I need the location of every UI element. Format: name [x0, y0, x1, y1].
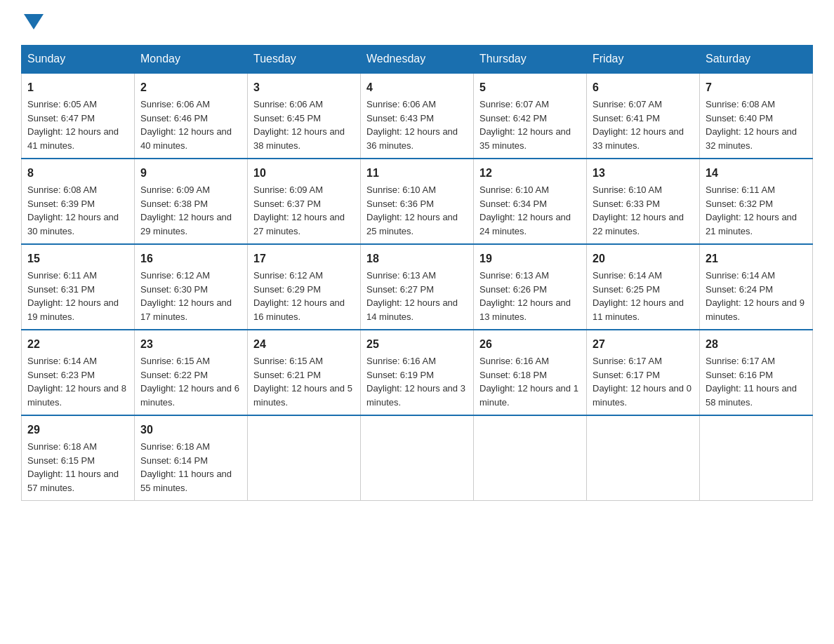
calendar-day-cell: 18 Sunrise: 6:13 AM Sunset: 6:27 PM Dayl…	[361, 244, 474, 330]
day-sunrise: Sunrise: 6:08 AM	[27, 185, 97, 195]
day-sunset: Sunset: 6:32 PM	[706, 199, 773, 209]
logo-triangle-icon	[24, 14, 44, 29]
day-number: 30	[140, 422, 241, 438]
calendar-week-row: 15 Sunrise: 6:11 AM Sunset: 6:31 PM Dayl…	[22, 244, 813, 330]
day-sunrise: Sunrise: 6:13 AM	[366, 270, 436, 281]
calendar-day-cell: 23 Sunrise: 6:15 AM Sunset: 6:22 PM Dayl…	[135, 330, 248, 415]
day-sunset: Sunset: 6:43 PM	[366, 113, 434, 123]
calendar-header-friday: Friday	[587, 46, 700, 74]
day-daylight: Daylight: 12 hours and 21 minutes.	[706, 212, 797, 236]
page-header	[21, 14, 813, 31]
day-daylight: Daylight: 12 hours and 14 minutes.	[366, 297, 458, 322]
calendar-day-cell: 17 Sunrise: 6:12 AM Sunset: 6:29 PM Dayl…	[248, 244, 361, 330]
calendar-day-cell: 11 Sunrise: 6:10 AM Sunset: 6:36 PM Dayl…	[361, 159, 474, 244]
calendar-day-cell: 28 Sunrise: 6:17 AM Sunset: 6:16 PM Dayl…	[700, 330, 813, 415]
day-sunrise: Sunrise: 6:16 AM	[366, 356, 436, 366]
day-number: 6	[593, 79, 694, 96]
day-number: 12	[479, 165, 581, 182]
calendar-header-thursday: Thursday	[474, 46, 587, 74]
day-number: 8	[27, 165, 128, 182]
calendar-week-row: 1 Sunrise: 6:05 AM Sunset: 6:47 PM Dayli…	[22, 73, 813, 159]
day-number: 21	[706, 250, 807, 267]
day-daylight: Daylight: 12 hours and 35 minutes.	[479, 126, 571, 151]
day-daylight: Daylight: 12 hours and 24 minutes.	[479, 212, 571, 236]
day-sunset: Sunset: 6:19 PM	[366, 370, 434, 380]
calendar-table: SundayMondayTuesdayWednesdayThursdayFrid…	[21, 45, 813, 501]
calendar-day-cell: 12 Sunrise: 6:10 AM Sunset: 6:34 PM Dayl…	[474, 159, 587, 244]
day-sunset: Sunset: 6:46 PM	[140, 113, 208, 123]
day-sunrise: Sunrise: 6:09 AM	[253, 185, 323, 195]
day-number: 14	[706, 165, 807, 182]
day-sunrise: Sunrise: 6:11 AM	[27, 270, 97, 281]
calendar-day-cell	[700, 415, 813, 501]
day-sunset: Sunset: 6:25 PM	[593, 284, 660, 295]
calendar-day-cell: 4 Sunrise: 6:06 AM Sunset: 6:43 PM Dayli…	[361, 73, 474, 159]
day-daylight: Daylight: 12 hours and 6 minutes.	[140, 383, 239, 408]
day-number: 16	[140, 250, 241, 267]
calendar-day-cell: 7 Sunrise: 6:08 AM Sunset: 6:40 PM Dayli…	[700, 73, 813, 159]
calendar-day-cell: 29 Sunrise: 6:18 AM Sunset: 6:15 PM Dayl…	[22, 415, 135, 501]
day-sunset: Sunset: 6:29 PM	[253, 284, 321, 295]
day-sunrise: Sunrise: 6:07 AM	[479, 99, 549, 109]
day-sunrise: Sunrise: 6:11 AM	[706, 185, 775, 195]
calendar-day-cell: 30 Sunrise: 6:18 AM Sunset: 6:14 PM Dayl…	[135, 415, 248, 501]
calendar-week-row: 22 Sunrise: 6:14 AM Sunset: 6:23 PM Dayl…	[22, 330, 813, 415]
calendar-week-row: 8 Sunrise: 6:08 AM Sunset: 6:39 PM Dayli…	[22, 159, 813, 244]
day-sunrise: Sunrise: 6:09 AM	[140, 185, 210, 195]
calendar-day-cell: 8 Sunrise: 6:08 AM Sunset: 6:39 PM Dayli…	[22, 159, 135, 244]
day-number: 27	[593, 336, 694, 353]
calendar-header-tuesday: Tuesday	[248, 46, 361, 74]
calendar-day-cell: 22 Sunrise: 6:14 AM Sunset: 6:23 PM Dayl…	[22, 330, 135, 415]
day-number: 26	[479, 336, 581, 353]
day-sunrise: Sunrise: 6:10 AM	[366, 185, 436, 195]
day-daylight: Daylight: 12 hours and 40 minutes.	[140, 126, 232, 151]
day-number: 5	[479, 79, 581, 96]
day-number: 3	[253, 79, 355, 96]
calendar-day-cell: 13 Sunrise: 6:10 AM Sunset: 6:33 PM Dayl…	[587, 159, 700, 244]
day-sunset: Sunset: 6:33 PM	[593, 199, 660, 209]
calendar-day-cell: 21 Sunrise: 6:14 AM Sunset: 6:24 PM Dayl…	[700, 244, 813, 330]
day-daylight: Daylight: 11 hours and 57 minutes.	[27, 469, 119, 493]
day-sunset: Sunset: 6:26 PM	[479, 284, 547, 295]
calendar-day-cell: 2 Sunrise: 6:06 AM Sunset: 6:46 PM Dayli…	[135, 73, 248, 159]
day-sunset: Sunset: 6:22 PM	[140, 370, 208, 380]
day-sunset: Sunset: 6:37 PM	[253, 199, 321, 209]
day-number: 4	[366, 79, 468, 96]
day-daylight: Daylight: 12 hours and 30 minutes.	[27, 212, 119, 236]
day-daylight: Daylight: 12 hours and 27 minutes.	[253, 212, 345, 236]
day-number: 25	[366, 336, 468, 353]
day-daylight: Daylight: 12 hours and 8 minutes.	[27, 383, 126, 408]
day-sunset: Sunset: 6:23 PM	[27, 370, 95, 380]
day-sunrise: Sunrise: 6:16 AM	[479, 356, 549, 366]
day-sunset: Sunset: 6:15 PM	[27, 455, 95, 466]
day-sunrise: Sunrise: 6:14 AM	[706, 270, 775, 281]
day-number: 17	[253, 250, 355, 267]
calendar-day-cell: 9 Sunrise: 6:09 AM Sunset: 6:38 PM Dayli…	[135, 159, 248, 244]
logo	[21, 14, 44, 31]
day-sunrise: Sunrise: 6:15 AM	[140, 356, 210, 366]
day-daylight: Daylight: 12 hours and 3 minutes.	[366, 383, 465, 408]
calendar-day-cell: 3 Sunrise: 6:06 AM Sunset: 6:45 PM Dayli…	[248, 73, 361, 159]
day-number: 7	[706, 79, 807, 96]
calendar-day-cell: 16 Sunrise: 6:12 AM Sunset: 6:30 PM Dayl…	[135, 244, 248, 330]
day-sunset: Sunset: 6:47 PM	[27, 113, 95, 123]
day-daylight: Daylight: 12 hours and 41 minutes.	[27, 126, 119, 151]
day-number: 29	[27, 422, 128, 438]
day-sunrise: Sunrise: 6:06 AM	[253, 99, 323, 109]
day-sunset: Sunset: 6:27 PM	[366, 284, 434, 295]
day-number: 20	[593, 250, 694, 267]
day-number: 1	[27, 79, 128, 96]
day-daylight: Daylight: 12 hours and 33 minutes.	[593, 126, 684, 151]
day-sunrise: Sunrise: 6:06 AM	[366, 99, 436, 109]
day-number: 28	[706, 336, 807, 353]
day-sunset: Sunset: 6:45 PM	[253, 113, 321, 123]
day-number: 10	[253, 165, 355, 182]
calendar-header-wednesday: Wednesday	[361, 46, 474, 74]
day-daylight: Daylight: 12 hours and 16 minutes.	[253, 297, 345, 322]
day-sunset: Sunset: 6:14 PM	[140, 455, 208, 466]
day-sunset: Sunset: 6:41 PM	[593, 113, 660, 123]
day-sunrise: Sunrise: 6:14 AM	[593, 270, 662, 281]
day-sunset: Sunset: 6:38 PM	[140, 199, 208, 209]
day-sunset: Sunset: 6:21 PM	[253, 370, 321, 380]
day-sunset: Sunset: 6:36 PM	[366, 199, 434, 209]
